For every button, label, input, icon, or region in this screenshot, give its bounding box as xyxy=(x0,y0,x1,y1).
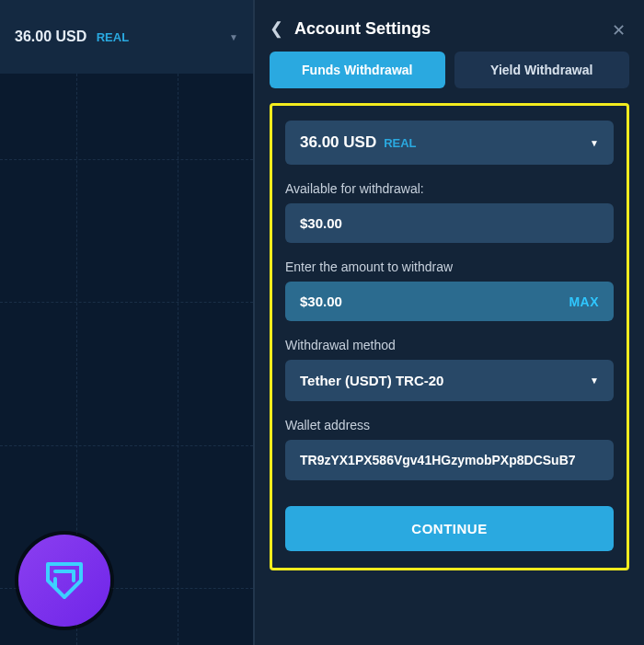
brand-logo xyxy=(18,535,110,627)
panel-header: ❮ Account Settings ✕ xyxy=(270,15,629,52)
chevron-down-icon: ▼ xyxy=(590,375,599,386)
withdrawal-method-select[interactable]: Tether (USDT) TRC-20 ▼ xyxy=(285,360,614,401)
max-button[interactable]: MAX xyxy=(569,294,599,309)
account-type-badge: REAL xyxy=(384,136,416,150)
tab-yield-withdrawal[interactable]: Yield Withdrawal xyxy=(454,52,630,88)
amount-value: $30.00 xyxy=(300,294,342,309)
wallet-address-input[interactable]: TR9zYX1PX586Vgv41HGzymobPXp8DCSuB7 xyxy=(285,440,614,480)
account-selector[interactable]: 36.00 USD REAL ▼ xyxy=(285,121,614,165)
continue-button[interactable]: CONTINUE xyxy=(285,506,614,551)
wallet-label: Wallet address xyxy=(285,418,614,432)
withdrawal-tabs: Funds Withdrawal Yield Withdrawal xyxy=(270,52,629,88)
withdrawal-form-highlight: 36.00 USD REAL ▼ Available for withdrawa… xyxy=(270,103,629,570)
amount-input[interactable]: $30.00 MAX xyxy=(285,282,614,321)
chevron-down-icon: ▼ xyxy=(590,138,599,148)
chevron-down-icon: ▼ xyxy=(229,32,238,42)
close-icon[interactable]: ✕ xyxy=(612,20,626,40)
amount-label: Enter the amount to withdraw xyxy=(285,259,614,274)
account-settings-panel: ❮ Account Settings ✕ Funds Withdrawal Yi… xyxy=(253,0,644,645)
tab-funds-withdrawal[interactable]: Funds Withdrawal xyxy=(270,52,445,88)
available-value: $30.00 xyxy=(285,203,614,243)
top-balance-amount: 36.00 USD xyxy=(15,29,86,44)
account-amount: 36.00 USD xyxy=(300,133,376,152)
method-label: Withdrawal method xyxy=(285,338,614,352)
available-label: Available for withdrawal: xyxy=(285,181,614,196)
back-icon[interactable]: ❮ xyxy=(270,18,283,39)
top-balance-selector[interactable]: 36.00 USD REAL ▼ xyxy=(0,0,253,74)
method-value: Tether (USDT) TRC-20 xyxy=(300,373,443,388)
top-balance-badge: REAL xyxy=(97,30,129,44)
panel-title: Account Settings xyxy=(294,19,431,39)
